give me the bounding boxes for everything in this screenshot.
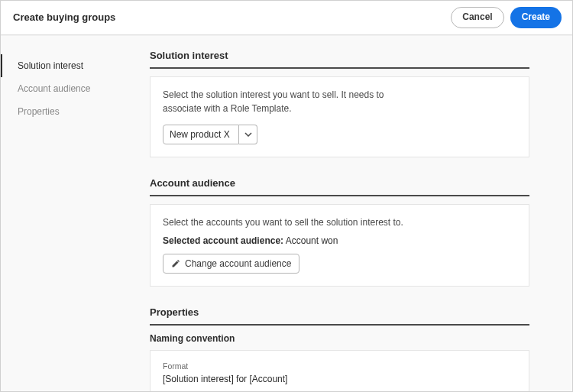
section-heading: Solution interest [150,50,529,61]
solution-interest-description: Select the solution interest you want to… [163,88,407,115]
change-account-audience-label: Change account audience [185,258,291,269]
format-label: Format [163,361,516,371]
pencil-icon [171,259,180,268]
format-value: [Solution interest] for [Account] [163,374,516,384]
solution-interest-combobox [163,125,257,144]
create-button[interactable]: Create [510,7,562,28]
selected-account-line: Selected account audience: Account won [163,235,516,246]
section-rule [150,67,529,69]
section-rule [150,324,529,326]
sidebar-item-account-audience[interactable]: Account audience [1,77,134,100]
change-account-audience-button[interactable]: Change account audience [163,254,299,274]
cancel-button[interactable]: Cancel [451,7,503,28]
account-audience-card: Select the accounts you want to sell the… [150,204,529,287]
naming-convention-heading: Naming convention [150,333,529,344]
app-window: Create buying groups Cancel Create Solut… [0,0,573,392]
selected-account-label: Selected account audience: [163,235,283,246]
section-solution-interest: Solution interest Select the solution in… [150,50,529,157]
selected-account-value: Account won [286,235,338,246]
sidebar-item-label: Solution interest [18,60,83,71]
sidebar-item-label: Properties [18,106,60,117]
sidebar-item-properties[interactable]: Properties [1,100,134,123]
section-account-audience: Account audience Select the accounts you… [150,177,529,287]
top-bar-actions: Cancel Create [451,7,562,28]
account-audience-description: Select the accounts you want to sell the… [163,215,516,229]
section-heading: Account audience [150,177,529,189]
solution-interest-dropdown-toggle[interactable] [239,125,257,144]
body: Solution interest Account audience Prope… [1,35,572,391]
chevron-down-icon [244,132,252,137]
top-bar: Create buying groups Cancel Create [1,1,572,35]
solution-interest-input[interactable] [163,125,239,144]
sidebar-item-label: Account audience [18,83,90,94]
solution-interest-card: Select the solution interest you want to… [150,76,529,157]
page-title: Create buying groups [13,11,115,23]
sidebar: Solution interest Account audience Prope… [1,36,134,391]
section-properties: Properties Naming convention Format [Sol… [150,306,529,391]
naming-convention-card: Format [Solution interest] for [Account] [150,350,529,391]
sidebar-item-solution-interest[interactable]: Solution interest [1,54,134,77]
section-rule [150,195,529,196]
section-heading: Properties [150,306,529,318]
main-content: Solution interest Select the solution in… [134,36,572,391]
